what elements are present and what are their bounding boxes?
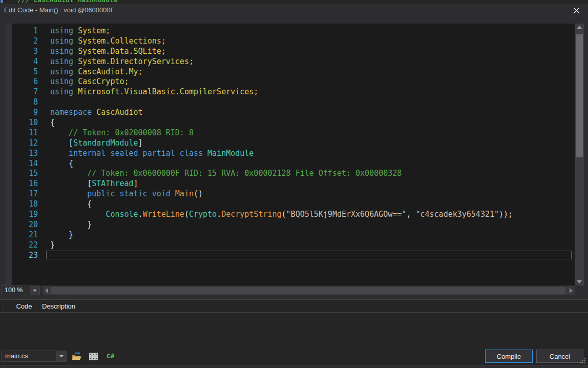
- code-text: using System;: [50, 26, 110, 35]
- code-line-17[interactable]: 17 public static void Main(): [5, 189, 575, 199]
- code-line-9[interactable]: 9namespace CascAudiot: [5, 107, 575, 117]
- code-text: using System.Collections;: [50, 36, 166, 46]
- code-line-23[interactable]: 23: [5, 250, 575, 260]
- code-text: using CascAudiot.My;: [50, 67, 143, 76]
- code-text: [STAThread]: [50, 179, 138, 188]
- add-documents-button[interactable]: [71, 352, 82, 361]
- close-button[interactable]: [568, 4, 585, 16]
- line-number: 2: [12, 36, 38, 46]
- code-text: {: [50, 199, 92, 209]
- scroll-left-arrow-icon[interactable]: [43, 286, 50, 295]
- line-number: 11: [12, 128, 38, 137]
- code-text: {: [50, 159, 73, 168]
- code-text: namespace CascAudiot: [50, 108, 143, 117]
- window-bottom-edge: [0, 365, 588, 368]
- code-text: [StandardModule]: [50, 138, 143, 148]
- resize-grip[interactable]: [580, 358, 581, 359]
- code-text: Console.WriteLine(Crypto.DecryptString("…: [50, 210, 513, 219]
- column-code[interactable]: Code: [12, 301, 36, 312]
- references-books-icon: [88, 352, 99, 361]
- file-select-value: main.cs: [5, 351, 28, 361]
- column-description[interactable]: Description: [36, 301, 588, 312]
- csharp-icon: C#: [107, 352, 115, 360]
- background-code-text: /// CascAudiot MainModule: [17, 0, 118, 4]
- cancel-button[interactable]: Cancel: [536, 350, 583, 363]
- code-text: }: [50, 230, 73, 239]
- scroll-right-arrow-icon[interactable]: [568, 286, 575, 295]
- compile-button[interactable]: Compile: [485, 350, 533, 363]
- open-folder-icon: [71, 352, 82, 361]
- line-number: 3: [12, 47, 38, 56]
- code-text: // Token: 0x0600000F RID: 15 RVA: 0x0000…: [50, 169, 402, 178]
- code-line-1[interactable]: 1using System;: [5, 26, 575, 36]
- file-dropdown-button[interactable]: [56, 351, 66, 361]
- line-number: 4: [12, 57, 38, 66]
- line-number: 12: [12, 138, 38, 148]
- code-editor[interactable]: 1using System;2using System.Collections;…: [5, 24, 575, 285]
- code-line-21[interactable]: 21 }: [5, 230, 575, 240]
- current-line-highlight: [46, 251, 572, 260]
- dialog-titlebar[interactable]: Edit Code - Main() : void @0600000F: [0, 4, 588, 16]
- line-number: 18: [12, 199, 38, 209]
- code-line-7[interactable]: 7using Microsoft.VisualBasic.CompilerSer…: [5, 87, 575, 97]
- line-number: 21: [12, 230, 38, 239]
- code-line-2[interactable]: 2using System.Collections;: [5, 36, 575, 46]
- code-line-22[interactable]: 22}: [5, 240, 575, 250]
- code-line-20[interactable]: 20 }: [5, 219, 575, 230]
- zoom-level-value: 100 %: [5, 286, 23, 295]
- dialog-title: Edit Code - Main() : void @0600000F: [4, 4, 115, 16]
- line-number: 8: [12, 97, 38, 107]
- line-number: 22: [12, 240, 38, 250]
- line-number: 7: [12, 87, 38, 96]
- error-list-header: Code Description: [0, 301, 588, 313]
- code-line-19[interactable]: 19 Console.WriteLine(Crypto.DecryptStrin…: [5, 209, 575, 219]
- line-number: 10: [12, 118, 38, 127]
- line-number: 9: [12, 108, 38, 117]
- code-text: internal sealed partial class MainModule: [50, 149, 254, 158]
- code-line-14[interactable]: 14 {: [5, 158, 575, 169]
- code-text: public static void Main(): [50, 189, 203, 198]
- line-number: 1: [12, 26, 38, 35]
- code-text: using System.DirectoryServices;: [50, 57, 194, 66]
- line-number: 23: [12, 251, 38, 260]
- file-select[interactable]: main.cs: [1, 351, 67, 362]
- scroll-down-arrow-icon[interactable]: [575, 278, 584, 285]
- code-line-18[interactable]: 18 {: [5, 199, 575, 209]
- code-line-11[interactable]: 11 // Token: 0x02000008 RID: 8: [5, 128, 575, 138]
- code-text: using CascCrypto;: [50, 77, 129, 86]
- vertical-scrollbar[interactable]: [575, 24, 584, 285]
- horizontal-scrollbar[interactable]: [43, 286, 575, 295]
- horizontal-scrollbar-thumb[interactable]: [51, 287, 565, 294]
- code-line-8[interactable]: 8: [5, 97, 575, 107]
- code-text: using System.Data.SQLite;: [50, 47, 166, 56]
- zoom-dropdown-button[interactable]: [30, 286, 39, 295]
- code-line-4[interactable]: 4using System.DirectoryServices;: [5, 56, 575, 67]
- code-line-10[interactable]: 10{: [5, 117, 575, 128]
- code-line-3[interactable]: 3using System.Data.SQLite;: [5, 46, 575, 56]
- code-line-15[interactable]: 15 // Token: 0x0600000F RID: 15 RVA: 0x0…: [5, 168, 575, 178]
- line-number: 14: [12, 159, 38, 168]
- line-number: 16: [12, 179, 38, 188]
- edit-code-dialog: /// CascAudiot MainModule Edit Code - Ma…: [0, 0, 588, 368]
- code-line-13[interactable]: 13 internal sealed partial class MainMod…: [5, 148, 575, 158]
- background-app-strip: /// CascAudiot MainModule: [0, 0, 588, 4]
- code-text: {: [50, 118, 55, 127]
- chevron-down-icon: [33, 290, 37, 292]
- code-text: }: [50, 240, 55, 250]
- code-text: }: [50, 220, 92, 229]
- line-number: 20: [12, 220, 38, 229]
- code-line-5[interactable]: 5using CascAudiot.My;: [5, 67, 575, 77]
- background-icon-fragment: [1, 0, 3, 3]
- assembly-references-button[interactable]: [88, 352, 99, 361]
- code-lines: 1using System;2using System.Collections;…: [5, 26, 575, 260]
- column-severity[interactable]: [4, 301, 12, 312]
- zoom-level-select[interactable]: 100 %: [1, 285, 40, 295]
- line-number: 17: [12, 189, 38, 198]
- code-text: // Token: 0x02000008 RID: 8: [50, 128, 194, 137]
- code-line-6[interactable]: 6using CascCrypto;: [5, 76, 575, 87]
- chevron-down-icon: [59, 355, 64, 357]
- scroll-up-arrow-icon[interactable]: [575, 24, 584, 31]
- code-line-16[interactable]: 16 [STAThread]: [5, 178, 575, 189]
- vertical-scrollbar-thumb[interactable]: [576, 34, 583, 157]
- code-line-12[interactable]: 12 [StandardModule]: [5, 138, 575, 148]
